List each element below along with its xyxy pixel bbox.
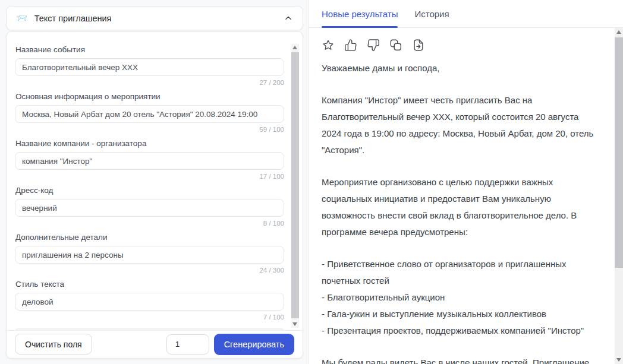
thumbs-down-icon[interactable] (367, 39, 380, 52)
field-label: Основная информация о мероприятии (15, 92, 280, 101)
char-counter: 17 / 100 (15, 173, 284, 180)
paragraph: Мероприятие организовано с целью поддерж… (322, 174, 599, 240)
event-name-input[interactable] (15, 58, 284, 76)
company-name-input[interactable] (15, 152, 284, 170)
field-label: Стиль текста (15, 280, 280, 289)
field-label: Дополнительные детали (15, 233, 280, 242)
form-card: Название события 27 / 200 Основная инфор… (6, 31, 303, 359)
results-tab-bar: Новые результаты История (309, 0, 623, 28)
scrollbar-thumb[interactable] (615, 37, 623, 268)
field-text-style: Стиль текста 7 / 100 (15, 280, 280, 321)
form-scroll-area: Название события 27 / 200 Основная инфор… (7, 32, 303, 331)
tab-new-results[interactable]: Новые результаты (322, 0, 398, 27)
generation-count-input[interactable] (166, 334, 209, 354)
result-actions (322, 39, 599, 52)
field-label: Название события (15, 45, 280, 54)
field-label: Название компании - организатора (15, 139, 280, 148)
field-company-name: Название компании - организатора 17 / 10… (15, 139, 280, 180)
paragraph-bullet-list: - Приветственное слово от организаторов … (322, 256, 599, 339)
result-content: Уважаемые дамы и господа, Компания "Инст… (309, 28, 615, 364)
char-counter: 24 / 300 (15, 267, 284, 274)
char-counter: 59 / 100 (15, 126, 284, 133)
paragraph: Уважаемые дамы и господа, (322, 60, 599, 77)
scroll-down-arrow-icon[interactable] (292, 322, 297, 326)
field-extra-details: Дополнительные детали 24 / 300 (15, 233, 280, 274)
export-icon[interactable] (412, 39, 425, 52)
char-counter: 7 / 100 (15, 314, 284, 321)
paragraph: Мы будем рады видеть Вас в числе наших г… (322, 354, 599, 364)
field-label: Дресс-код (15, 186, 280, 195)
char-counter: 27 / 200 (15, 79, 284, 86)
clear-fields-button[interactable]: Очистить поля (15, 334, 92, 354)
paragraph: Компания "Инстор" имеет честь пригласить… (322, 92, 599, 159)
char-counter: 8 / 100 (15, 220, 284, 227)
scroll-down-arrow-icon[interactable] (616, 358, 621, 362)
results-vertical-scrollbar[interactable] (615, 28, 623, 364)
form-header[interactable]: 📨 Текст приглашения (6, 6, 303, 30)
generated-text: Уважаемые дамы и господа, Компания "Инст… (322, 60, 599, 364)
invitation-icon: 📨 (16, 13, 27, 24)
extra-details-input[interactable] (15, 246, 284, 264)
tab-history[interactable]: История (414, 0, 449, 27)
form-footer: Очистить поля Сгенерировать (7, 330, 303, 358)
event-info-input[interactable] (15, 105, 284, 123)
scroll-up-arrow-icon[interactable] (292, 46, 297, 49)
copy-icon[interactable] (389, 39, 402, 52)
scroll-up-arrow-icon[interactable] (616, 30, 621, 34)
generate-button[interactable]: Сгенерировать (214, 334, 294, 355)
form-title: Текст приглашения (34, 14, 112, 23)
field-event-info: Основная информация о мероприятии 59 / 1… (15, 92, 280, 133)
field-dress-code: Дресс-код 8 / 100 (15, 186, 280, 227)
dress-code-input[interactable] (15, 199, 284, 217)
chevron-up-icon[interactable] (284, 14, 293, 23)
thumbs-up-icon[interactable] (344, 39, 357, 52)
results-panel: Новые результаты История Уважаемые дамы … (308, 0, 623, 364)
invitation-form-panel: 📨 Текст приглашения Название события 27 … (0, 0, 308, 364)
field-event-name: Название события 27 / 200 (15, 45, 280, 86)
text-style-input[interactable] (15, 293, 284, 311)
form-vertical-scrollbar[interactable] (291, 44, 299, 328)
scrollbar-thumb[interactable] (291, 52, 299, 318)
favorite-star-icon[interactable] (322, 39, 335, 52)
